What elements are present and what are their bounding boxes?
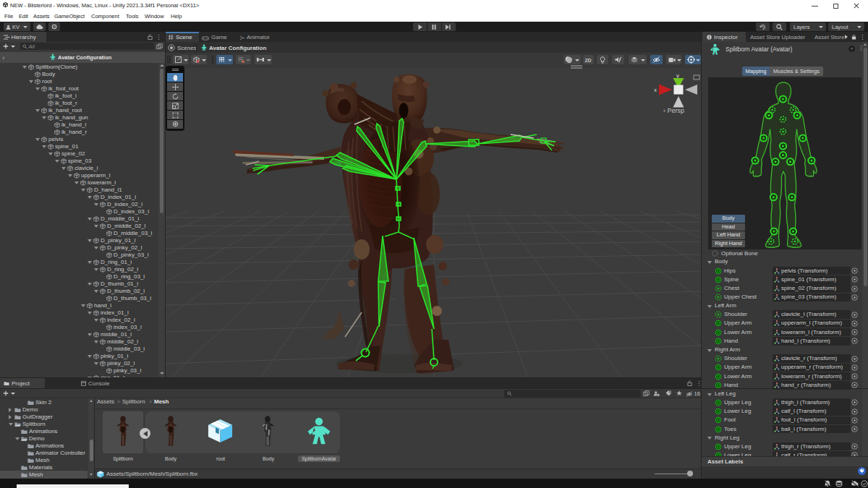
svg-text:‹ Persp: ‹ Persp xyxy=(663,107,684,114)
svg-text:y: y xyxy=(676,72,679,79)
svg-text:x: x xyxy=(654,87,657,93)
